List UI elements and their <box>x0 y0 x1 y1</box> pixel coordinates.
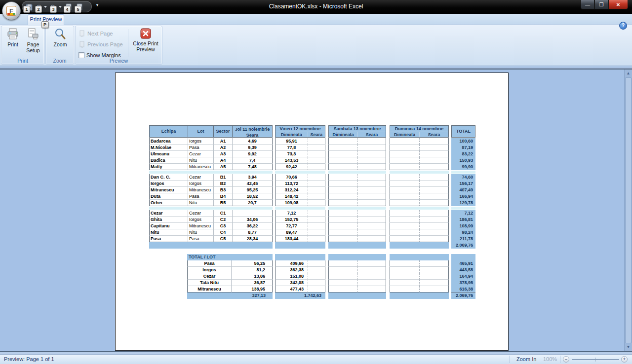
cell-sambata-dimineata <box>328 229 357 236</box>
cell-sambata-seara <box>357 217 386 223</box>
redo-dropdown-icon[interactable] <box>59 6 62 8</box>
table-row: Orhei Nitu B5 20,7 109,08 <box>149 200 475 206</box>
cell-sambata-dimineata <box>328 138 357 145</box>
zoom-in-status-button[interactable]: Zoom In <box>516 356 536 362</box>
cell-sector: C1 <box>213 210 232 217</box>
cell-sambata-dimineata <box>328 181 357 187</box>
zoom-slider-track[interactable] <box>572 359 619 360</box>
cell-vineri-seara <box>308 193 325 200</box>
restore-button[interactable]: ❐ <box>594 0 608 9</box>
vertical-scrollbar[interactable]: ▲ ▼ <box>624 70 632 351</box>
zoom-button[interactable]: Zoom <box>50 28 71 58</box>
cell-total: 150,93 <box>451 157 475 164</box>
cell-echipa: Badarcea <box>149 138 188 145</box>
cell-joi: 42,45 <box>232 181 273 187</box>
cell-vineri-seara <box>308 138 325 145</box>
undo-dropdown-icon[interactable] <box>44 6 47 8</box>
cell-duminica-dimineata <box>390 210 419 217</box>
cell-lot-duminica-dimineata <box>390 260 419 267</box>
cell-lot-sambata-dimineata <box>328 267 357 273</box>
previous-page-label: Previous Page <box>87 41 123 47</box>
cell-lot-duminica-seara <box>419 280 449 286</box>
cell-duminica-dimineata <box>390 181 419 187</box>
table-row: Badarcea Iorgos A1 4,69 95,91 <box>149 138 475 145</box>
preview-page-status: Preview: Page 1 of 1 <box>4 356 54 362</box>
cell-sector: C5 <box>213 236 232 242</box>
cell-total: 407,49 <box>451 187 475 193</box>
ribbon-bottom-edge <box>0 66 632 69</box>
qat-customize-button[interactable]: ▾ <box>94 3 101 11</box>
cell-echipa: Iorgos <box>149 181 188 187</box>
next-page-button[interactable]: Next Page <box>79 29 113 38</box>
header-day1: Joi 11 noiembrie Seara <box>232 125 273 138</box>
cell-vineri-dimineata: 312,24 <box>275 187 308 193</box>
printer-icon <box>6 28 19 40</box>
cell-lot: Cezar <box>188 151 213 157</box>
zoom-out-button[interactable]: – <box>563 356 569 363</box>
print-button-label: Print <box>7 41 18 47</box>
scroll-up-icon[interactable]: ▲ <box>625 70 632 77</box>
cell-sector: B3 <box>213 187 232 193</box>
office-button[interactable]: F <box>2 1 21 20</box>
cell-lot-duminica-dimineata <box>390 267 419 273</box>
cell-duminica-seara <box>419 157 449 164</box>
help-button[interactable]: ? <box>619 22 627 30</box>
cell-sambata-dimineata <box>328 210 357 217</box>
cell-sambata-seara <box>357 223 386 229</box>
keytip-print-preview-tab: P <box>41 21 48 28</box>
total-lot-row: Mitranescu 138,95 477,43 <box>187 286 475 292</box>
restore-icon: ❐ <box>599 2 604 7</box>
cell-total: 166,94 <box>451 193 475 200</box>
close-button[interactable]: ✕ <box>608 0 628 9</box>
preview-page[interactable]: Echipa Lot Sector Joi 11 noiembrie Seara… <box>115 73 509 351</box>
cell-lot: Mitranescu <box>188 187 213 193</box>
close-print-preview-button[interactable]: Close Print Preview <box>130 28 161 58</box>
cell-lot-joi: 138,95 <box>231 286 273 292</box>
cell-echipa: Dan C. C. <box>149 174 188 181</box>
cell-vineri-dimineata: 183,44 <box>275 236 308 242</box>
cell-sector: C2 <box>213 217 232 223</box>
cell-duminica-dimineata <box>390 174 419 181</box>
cell-lot-vineri-seara <box>308 267 325 273</box>
cell-vineri-dimineata: 73,3 <box>275 151 308 157</box>
page-setup-icon <box>27 28 40 40</box>
cell-echipa: Cezar <box>149 210 188 217</box>
total-lot-row: Iorgos 81,2 362,38 443, <box>187 267 475 273</box>
page-setup-button[interactable]: Page Setup <box>23 28 43 58</box>
cell-lot-joi: 36,87 <box>231 280 273 286</box>
cell-sambata-dimineata <box>328 187 357 193</box>
cell-echipa: Badica <box>149 157 188 164</box>
cell-vineri-dimineata: 70,66 <box>275 174 308 181</box>
cell-lot-joi: 13,86 <box>231 273 273 280</box>
cell-lot-name: Cezar <box>187 273 231 280</box>
cell-lot-vineri-seara <box>308 260 325 267</box>
cell-vineri-seara <box>308 236 325 242</box>
cell-vineri-dimineata: 72,77 <box>275 223 308 229</box>
cell-joi: 8,77 <box>232 229 273 236</box>
page-setup-button-label: Page Setup <box>23 41 43 53</box>
scrollbar-thumb[interactable] <box>625 77 632 343</box>
previous-page-button[interactable]: Previous Page <box>79 40 123 49</box>
cell-duminica-dimineata <box>390 138 419 145</box>
minimize-button[interactable]: — <box>581 0 594 9</box>
help-icon: ? <box>622 23 625 28</box>
scroll-down-icon[interactable]: ▼ <box>625 343 632 351</box>
total-lot-table: TOTAL / LOT Pasa 56,25 409,66 <box>187 254 475 299</box>
minimize-icon: — <box>585 2 590 7</box>
zoom-in-button[interactable]: + <box>621 356 628 363</box>
cell-lot-duminica-seara <box>419 260 449 267</box>
group-label-print: Print <box>1 58 44 64</box>
cell-duminica-seara <box>419 210 449 217</box>
cell-sambata-dimineata <box>328 157 357 164</box>
cell-echipa: M.Nicolae <box>149 145 188 151</box>
cell-sector: A5 <box>213 164 232 170</box>
cell-vineri-dimineata: 7,12 <box>275 210 308 217</box>
cell-total: 211,78 <box>451 236 475 242</box>
cell-lot-vineri-seara <box>308 280 325 286</box>
ribbon-group-preview: Next Page Previous Page Show Margins Clo… <box>75 26 162 65</box>
cell-total: 74,60 <box>451 174 475 181</box>
cell-lot-duminica-dimineata <box>390 280 419 286</box>
cell-lot-sambata-dimineata <box>328 273 357 280</box>
print-button[interactable]: Print <box>3 28 22 58</box>
cell-lot: Cezar <box>188 174 213 181</box>
